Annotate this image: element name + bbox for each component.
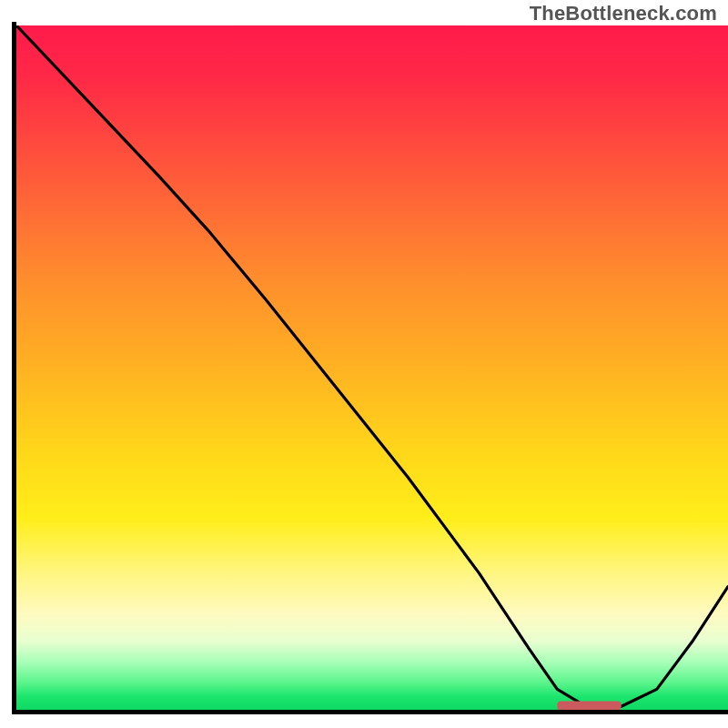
y-axis [12,22,16,713]
plot-area [16,25,728,710]
watermark-text: TheBottleneck.com [530,2,717,25]
x-axis [12,710,728,714]
highlight-marker [557,702,621,711]
curve-line [16,25,728,706]
chart-overlay [16,25,728,710]
chart-container: TheBottleneck.com [0,0,728,728]
